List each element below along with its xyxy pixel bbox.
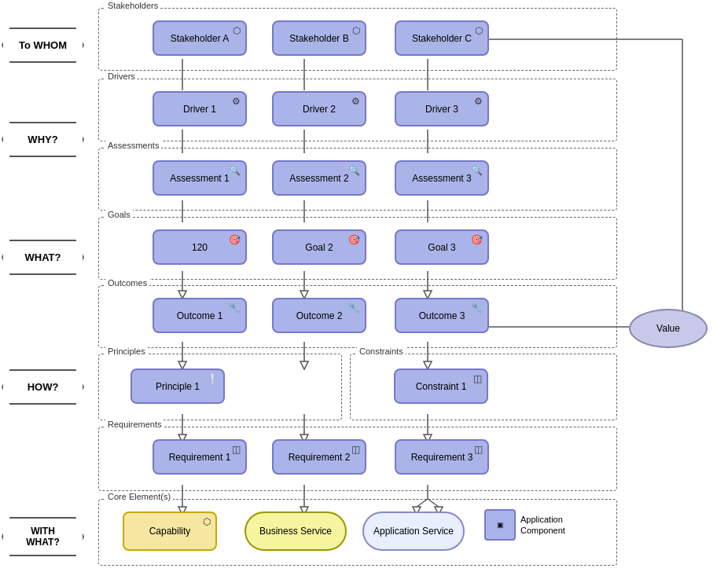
label-what: WHAT? xyxy=(2,240,84,275)
section-stakeholders: Stakeholders Stakeholder A ⬡ Stakeholder… xyxy=(98,8,617,71)
req1-icon: ◫ xyxy=(232,444,241,455)
node-requirement3[interactable]: Requirement 3 ◫ xyxy=(395,439,489,475)
node-principle1[interactable]: Principle 1 ❕ xyxy=(131,368,225,404)
principle1-icon: ❕ xyxy=(207,373,219,384)
node-stakeholder-c[interactable]: Stakeholder C ⬡ xyxy=(395,20,489,56)
label-how: HOW? xyxy=(2,369,84,405)
node-assessment2[interactable]: Assessment 2 🔍 xyxy=(272,160,366,196)
outcome3-icon: 🔧 xyxy=(471,302,483,314)
section-assessments: Assessments Assessment 1 🔍 Assessment 2 … xyxy=(98,148,617,211)
assessment1-icon: 🔍 xyxy=(229,165,241,176)
section-label-principles: Principles xyxy=(105,346,148,356)
section-goals: Goals 120 🎯 Goal 2 🎯 Goal 3 🎯 xyxy=(98,217,617,280)
section-label-outcomes: Outcomes xyxy=(105,278,149,288)
node-driver1[interactable]: Driver 1 ⚙ xyxy=(153,91,247,126)
driver2-icon: ⚙ xyxy=(351,96,360,107)
node-constraint1[interactable]: Constraint 1 ◫ xyxy=(394,368,488,404)
constraint1-icon: ◫ xyxy=(473,373,482,384)
driver3-icon: ⚙ xyxy=(474,96,483,107)
goal1-icon: 🎯 xyxy=(229,234,241,245)
stakeholder-c-icon: ⬡ xyxy=(475,25,483,36)
goal3-icon: 🎯 xyxy=(471,234,483,245)
node-assessment1[interactable]: Assessment 1 🔍 xyxy=(153,160,247,196)
node-app-component-legend[interactable]: ▣ xyxy=(484,509,516,541)
req3-icon: ◫ xyxy=(474,444,483,455)
section-label-core-elements: Core Element(s) xyxy=(105,492,173,501)
goal2-icon: 🎯 xyxy=(348,234,360,245)
node-outcome3[interactable]: Outcome 3 🔧 xyxy=(395,298,489,333)
label-why: WHY? xyxy=(2,122,84,157)
section-label-requirements: Requirements xyxy=(105,420,164,429)
node-requirement2[interactable]: Requirement 2 ◫ xyxy=(272,439,366,475)
section-label-stakeholders: Stakeholders xyxy=(105,1,160,10)
diagram-container: To WHOM WHY? WHAT? HOW? WITHWHAT? Stakeh… xyxy=(0,0,728,572)
node-goal2[interactable]: Goal 2 🎯 xyxy=(272,229,366,265)
req2-icon: ◫ xyxy=(351,444,360,455)
driver1-icon: ⚙ xyxy=(232,96,241,107)
section-label-drivers: Drivers xyxy=(105,72,138,81)
node-driver3[interactable]: Driver 3 ⚙ xyxy=(395,91,489,126)
label-to-whom: To WHOM xyxy=(2,28,84,63)
stakeholder-a-icon: ⬡ xyxy=(233,25,241,36)
node-stakeholder-b[interactable]: Stakeholder B ⬡ xyxy=(272,20,366,56)
capability-icon: ⬡ xyxy=(203,516,211,527)
section-label-assessments: Assessments xyxy=(105,141,161,150)
section-label-goals: Goals xyxy=(105,210,133,219)
outcome1-icon: 🔧 xyxy=(229,302,241,314)
node-business-service[interactable]: Business Service xyxy=(245,512,347,551)
node-goal3[interactable]: Goal 3 🎯 xyxy=(395,229,489,265)
node-assessment3[interactable]: Assessment 3 🔍 xyxy=(395,160,489,196)
node-app-service[interactable]: Application Service xyxy=(362,512,465,551)
node-stakeholder-a[interactable]: Stakeholder A ⬡ xyxy=(153,20,247,56)
node-requirement1[interactable]: Requirement 1 ◫ xyxy=(153,439,247,475)
outcome2-icon: 🔧 xyxy=(348,302,360,314)
node-capability[interactable]: Capability ⬡ xyxy=(123,512,217,551)
section-outcomes: Outcomes Outcome 1 🔧 Outcome 2 🔧 Outcome… xyxy=(98,285,617,348)
assessment3-icon: 🔍 xyxy=(471,165,483,176)
assessment2-icon: 🔍 xyxy=(348,165,360,176)
node-outcome2[interactable]: Outcome 2 🔧 xyxy=(272,298,366,333)
node-driver2[interactable]: Driver 2 ⚙ xyxy=(272,91,366,126)
section-principles: Principles Principle 1 ❕ xyxy=(98,354,342,420)
node-goal1[interactable]: 120 🎯 xyxy=(153,229,247,265)
section-drivers: Drivers Driver 1 ⚙ Driver 2 ⚙ Driver 3 ⚙ xyxy=(98,79,617,141)
section-constraints: Constraints Constraint 1 ◫ xyxy=(350,354,617,420)
section-label-constraints: Constraints xyxy=(357,346,406,356)
node-outcome1[interactable]: Outcome 1 🔧 xyxy=(153,298,247,333)
stakeholder-b-icon: ⬡ xyxy=(352,25,360,36)
node-value[interactable]: Value xyxy=(629,309,708,348)
section-requirements: Requirements Requirement 1 ◫ Requirement… xyxy=(98,427,617,491)
label-with-what: WITHWHAT? xyxy=(2,517,84,556)
section-core-elements: Core Element(s) Capability ⬡ Business Se… xyxy=(98,499,617,566)
